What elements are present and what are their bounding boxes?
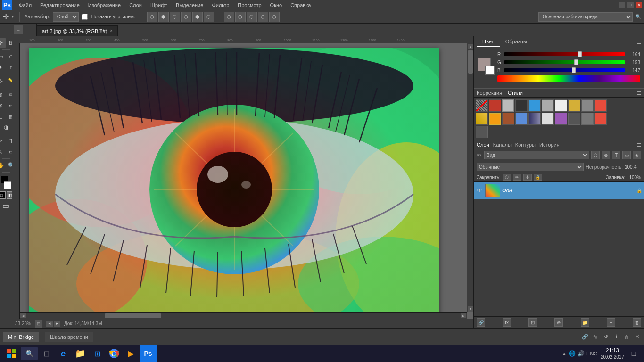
style-skyblue[interactable] [515, 113, 528, 125]
menu-layers[interactable]: Слои [125, 1, 146, 9]
layers-tab[interactable]: Слои [477, 142, 489, 148]
scroll-down-btn[interactable]: ▼ [468, 306, 473, 312]
opacity-value[interactable]: 100% [625, 165, 641, 170]
link-layers-btn[interactable]: 🔗 [477, 318, 485, 327]
style-crimson[interactable] [594, 99, 607, 112]
dodge-tool-btn[interactable]: ◑ [1, 122, 11, 132]
filter-adj-btn[interactable]: ⊕ [602, 151, 610, 159]
menu-view[interactable]: Просмотр [234, 1, 265, 9]
layer-mode-select[interactable]: Обычные [477, 163, 584, 171]
style-dark[interactable] [515, 99, 528, 112]
new-adj-layer-btn[interactable]: ⊕ [554, 318, 563, 327]
show-transform-checkbox[interactable] [82, 14, 88, 20]
style-purple[interactable] [555, 113, 567, 125]
menu-window[interactable]: Окно [266, 1, 286, 9]
path-select-tool-btn[interactable]: ↖ [0, 147, 6, 157]
close-button[interactable]: ✕ [636, 2, 642, 8]
horizontal-scrollbar[interactable]: ◄ ► [20, 312, 467, 319]
lock-paintbucket-btn[interactable]: ✏ [513, 174, 521, 181]
tab-close-btn[interactable]: × [110, 28, 113, 33]
nav-prev-btn[interactable]: ◄ [46, 321, 53, 327]
style-blue[interactable] [528, 99, 541, 112]
bottom-info-icon[interactable]: ℹ [612, 333, 620, 341]
layer-filter-select[interactable]: Вид [484, 151, 589, 159]
scroll-right-btn[interactable]: ► [461, 313, 466, 318]
style-none[interactable] [476, 99, 488, 112]
store-button[interactable]: ⊞ [89, 345, 106, 362]
menu-edit[interactable]: Редактирование [36, 1, 83, 9]
style-orange[interactable] [489, 113, 501, 125]
filter-shape-btn[interactable]: ▭ [622, 151, 631, 159]
lock-pixels-btn[interactable]: ⬡ [503, 174, 511, 181]
panel-options-btn[interactable]: ☰ [637, 40, 641, 45]
eyedropper-tool-btn[interactable]: ⊹ [0, 76, 6, 86]
standard-mode-btn[interactable]: □ [0, 191, 6, 199]
style-red[interactable] [489, 99, 501, 112]
bg-swatch[interactable] [485, 66, 495, 75]
g-slider-thumb[interactable] [574, 59, 578, 65]
scroll-thumb-h[interactable] [105, 313, 161, 318]
style-gold[interactable] [568, 99, 580, 112]
search-button[interactable]: 🔍 [21, 347, 38, 360]
styles-menu-btn[interactable]: ☰ [637, 90, 641, 96]
bottom-close-icon[interactable]: ✕ [633, 333, 641, 341]
move-tool-icon[interactable]: ✛ [3, 12, 9, 21]
paths-tab[interactable]: Контуры [515, 142, 536, 148]
lock-move-btn[interactable]: ✛ [523, 174, 532, 181]
align-bottom-btn[interactable]: ⬡ [204, 12, 214, 22]
bottom-fx-icon[interactable]: fx [591, 333, 600, 341]
style-brown[interactable] [502, 113, 514, 125]
style-gradient1[interactable] [476, 113, 488, 125]
workspace-search-icon[interactable]: 🔍 [636, 14, 641, 19]
background-color[interactable] [4, 181, 11, 189]
eraser-tool-btn[interactable]: ◻ [0, 111, 6, 122]
channels-tab[interactable]: Каналы [493, 142, 512, 148]
hand-tool-btn[interactable]: ✋ [0, 160, 6, 171]
spot-heal-tool-btn[interactable]: ⊕ [0, 90, 6, 100]
menu-help[interactable]: Справка [287, 1, 314, 9]
r-slider-thumb[interactable] [578, 51, 582, 57]
maximize-button[interactable]: □ [627, 2, 634, 8]
bottom-trash-icon[interactable]: 🗑 [622, 333, 631, 341]
fill-value[interactable]: 100% [629, 175, 641, 180]
scroll-left-btn[interactable]: ◄ [20, 313, 26, 318]
file-explorer-button[interactable]: 📁 [72, 345, 89, 362]
new-group-btn[interactable]: 📁 [581, 318, 589, 327]
menu-file[interactable]: Файл [15, 1, 35, 9]
media-player-button[interactable]: ▶ [123, 345, 140, 362]
style-empty1[interactable] [476, 126, 488, 138]
photoshop-taskbar-button[interactable]: Ps [140, 345, 157, 362]
vertical-scrollbar[interactable]: ▲ ▼ [467, 43, 473, 312]
style-light[interactable] [555, 99, 567, 112]
style-bevel[interactable] [502, 99, 514, 112]
document-tab[interactable]: art-3.jpg @ 33,3% (RGB/8#) × [37, 25, 118, 36]
chrome-button[interactable] [106, 345, 123, 362]
layer-visibility-btn[interactable]: 👁 [476, 187, 483, 194]
dist-right-btn[interactable]: ⬡ [269, 12, 280, 22]
mini-bridge-tab[interactable]: Mini Bridge [3, 332, 39, 342]
new-layer-btn[interactable]: + [607, 318, 615, 327]
move-tool-btn[interactable]: ✛ [0, 38, 6, 48]
add-mask-btn[interactable]: ⊡ [528, 318, 537, 327]
ie-button[interactable]: e [55, 345, 72, 362]
bottom-link-icon[interactable]: 🔗 [581, 333, 589, 341]
align-right-btn[interactable]: ⬡ [170, 12, 180, 22]
style-white[interactable] [542, 113, 554, 125]
tray-lang-label[interactable]: ENG [586, 351, 598, 356]
styles-tab-header[interactable]: Стили [508, 90, 523, 96]
layer-row-fon[interactable]: 👁 Фон 🔒 [474, 182, 644, 199]
color-tab[interactable]: Цвет [477, 37, 500, 47]
nav-next-btn[interactable]: ► [54, 321, 60, 327]
canvas-info-btn[interactable]: ⊟ [35, 320, 42, 328]
screen-mode-btn[interactable]: ▭ [2, 201, 9, 210]
tray-arrow-icon[interactable]: ▲ [561, 351, 567, 356]
filter-smart-btn[interactable]: ◈ [633, 151, 641, 159]
filter-pixel-btn[interactable]: ⬡ [591, 151, 600, 159]
quick-select-tool-btn[interactable]: ✦ [0, 62, 6, 73]
rect-select-tool-btn[interactable]: ▭ [0, 51, 6, 62]
clone-stamp-tool-btn[interactable]: ⊗ [0, 100, 6, 111]
tray-volume-icon[interactable]: 🔊 [578, 350, 585, 357]
style-mid2[interactable] [581, 113, 594, 125]
dist-left-btn[interactable]: ⬡ [247, 12, 257, 22]
layer-style-btn[interactable]: fx [503, 318, 511, 327]
